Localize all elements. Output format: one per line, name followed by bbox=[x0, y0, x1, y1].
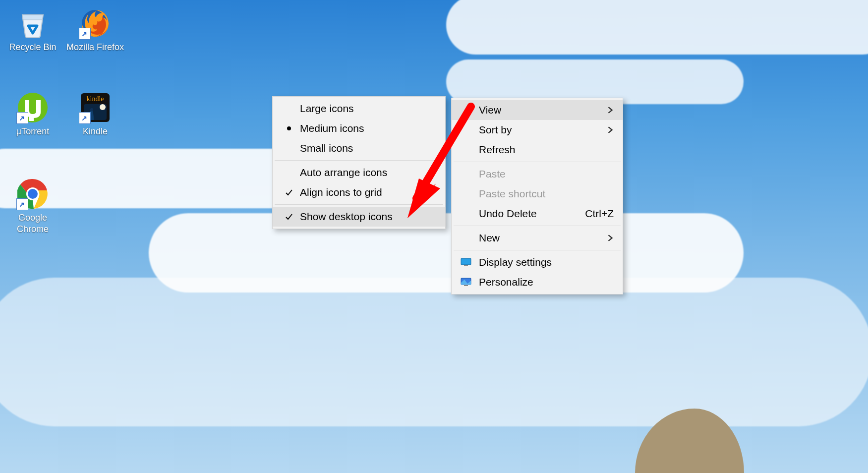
submenu-item-small-icons[interactable]: Small icons bbox=[273, 138, 445, 158]
cloud-decoration bbox=[0, 278, 868, 426]
menu-item-paste: Paste bbox=[452, 164, 623, 184]
shortcut-overlay-icon bbox=[79, 112, 91, 124]
radio-selected-icon bbox=[282, 118, 296, 138]
submenu-item-auto-arrange[interactable]: Auto arrange icons bbox=[273, 163, 445, 182]
menu-item-label: Refresh bbox=[479, 144, 516, 156]
menu-item-label: New bbox=[479, 232, 500, 244]
menu-item-label: Show desktop icons bbox=[300, 211, 393, 223]
cloud-decoration bbox=[446, 0, 868, 55]
svg-point-9 bbox=[28, 189, 38, 199]
shortcut-overlay-icon bbox=[16, 112, 28, 124]
view-submenu: Large icons Medium icons Small icons Aut… bbox=[272, 96, 446, 229]
svg-rect-11 bbox=[461, 258, 471, 265]
menu-item-undo-delete[interactable]: Undo Delete Ctrl+Z bbox=[452, 204, 623, 224]
firefox-icon bbox=[79, 7, 112, 40]
menu-separator bbox=[275, 160, 443, 161]
menu-item-label: View bbox=[479, 104, 501, 116]
menu-separator bbox=[454, 250, 621, 250]
menu-item-label: Display settings bbox=[479, 256, 552, 268]
menu-item-paste-shortcut: Paste shortcut bbox=[452, 184, 623, 204]
menu-item-personalize[interactable]: Personalize bbox=[452, 272, 623, 292]
desktop-icon-label: Kindle bbox=[83, 126, 108, 137]
menu-item-label: Paste shortcut bbox=[479, 188, 545, 200]
menu-item-label: Align icons to grid bbox=[300, 186, 382, 198]
menu-separator bbox=[454, 226, 621, 226]
svg-rect-14 bbox=[464, 285, 468, 286]
chevron-right-icon bbox=[592, 232, 614, 244]
desktop-icon-label: Recycle Bin bbox=[9, 42, 56, 53]
desktop-icon-kindle[interactable]: kindle Kindle bbox=[63, 91, 127, 137]
svg-point-5 bbox=[90, 108, 93, 111]
menu-item-refresh[interactable]: Refresh bbox=[452, 140, 623, 160]
menu-item-label: Personalize bbox=[479, 276, 533, 288]
submenu-item-align-to-grid[interactable]: Align icons to grid bbox=[273, 182, 445, 202]
menu-item-shortcut: Ctrl+Z bbox=[570, 208, 614, 220]
menu-item-label: Small icons bbox=[300, 142, 353, 154]
desktop-icon-firefox[interactable]: Mozilla Firefox bbox=[63, 7, 127, 53]
personalize-icon bbox=[459, 272, 473, 292]
menu-item-label: Large icons bbox=[300, 103, 354, 115]
utorrent-icon bbox=[16, 91, 49, 124]
menu-item-sort-by[interactable]: Sort by bbox=[452, 120, 623, 140]
menu-item-view[interactable]: View bbox=[452, 100, 623, 120]
desktop-context-menu: View Sort by Refresh Paste Paste shortcu… bbox=[451, 98, 623, 295]
desktop-icon-label: µTorrent bbox=[16, 126, 49, 137]
recycle-bin-icon bbox=[16, 7, 49, 40]
checkmark-icon bbox=[282, 207, 296, 227]
shortcut-overlay-icon bbox=[79, 28, 91, 40]
svg-point-10 bbox=[287, 126, 291, 130]
svg-point-6 bbox=[100, 104, 106, 110]
menu-item-display-settings[interactable]: Display settings bbox=[452, 252, 623, 272]
desktop-icon-label: Mozilla Firefox bbox=[66, 42, 124, 53]
desktop-icon-utorrent[interactable]: µTorrent bbox=[3, 91, 62, 137]
checkmark-icon bbox=[282, 182, 296, 202]
desktop-icon-label: Google Chrome bbox=[3, 212, 62, 235]
menu-item-label: Medium icons bbox=[300, 122, 364, 134]
chevron-right-icon bbox=[592, 104, 614, 116]
menu-item-label: Auto arrange icons bbox=[300, 167, 387, 178]
menu-item-label: Undo Delete bbox=[479, 208, 537, 220]
svg-text:kindle: kindle bbox=[87, 95, 104, 103]
chrome-icon bbox=[16, 177, 49, 210]
menu-separator bbox=[275, 204, 443, 205]
shortcut-overlay-icon bbox=[16, 198, 28, 210]
kindle-icon: kindle bbox=[79, 91, 112, 124]
menu-separator bbox=[454, 162, 621, 162]
submenu-item-large-icons[interactable]: Large icons bbox=[273, 99, 445, 118]
svg-rect-12 bbox=[464, 265, 468, 266]
submenu-item-show-desktop-icons[interactable]: Show desktop icons bbox=[273, 207, 445, 227]
submenu-item-medium-icons[interactable]: Medium icons bbox=[273, 118, 445, 138]
menu-item-label: Sort by bbox=[479, 124, 512, 136]
menu-item-label: Paste bbox=[479, 168, 506, 180]
menu-item-new[interactable]: New bbox=[452, 228, 623, 248]
desktop-icon-chrome[interactable]: Google Chrome bbox=[3, 177, 62, 235]
monitor-icon bbox=[459, 252, 473, 272]
chevron-right-icon bbox=[592, 124, 614, 136]
desktop-icon-recycle-bin[interactable]: Recycle Bin bbox=[3, 7, 62, 53]
